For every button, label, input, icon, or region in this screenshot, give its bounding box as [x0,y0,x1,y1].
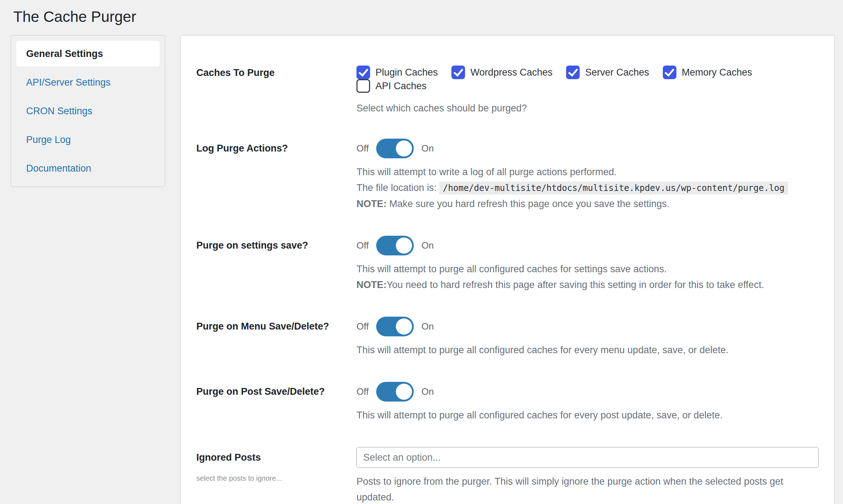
row-label-cell: Purge on Post Save/Delete? [196,382,356,423]
log-desc-line1: This will attempt to write a log of all … [356,167,617,177]
toggle-on-label: On [421,386,434,397]
row-caches-to-purge: Caches To Purge Plugin Caches Wordpress … [196,66,819,115]
purge-log-path-code: /home/dev-multisite/htdocs/multisite.kpd… [439,182,788,195]
settings-save-toggle-line: Off On [356,236,819,255]
sidebar-item-label: CRON Settings [26,106,92,117]
row-content-cell: Off On This will attempt to purge all co… [356,236,819,293]
row-content-cell: Off On This will attempt to write a log … [356,139,819,212]
purge-on-settings-save-toggle[interactable] [376,236,414,255]
toggle-on-label: On [421,240,434,251]
purge-on-post-save-toggle[interactable] [376,382,414,402]
sidebar-item-api-server-settings[interactable]: API/Server Settings [16,69,160,95]
page-title: The Cache Purger [13,8,843,26]
purge-on-settings-save-label: Purge on settings save? [196,236,356,255]
sidebar-item-documentation[interactable]: Documentation [16,155,160,181]
sidebar-item-general-settings[interactable]: General Settings [16,41,160,67]
toggle-knob [396,237,412,254]
settings-save-desc-line1: This will attempt to purge all configure… [356,264,667,274]
log-note-text: Make sure you hard refresh this page onc… [387,198,669,209]
sidebar-item-label: Purge Log [26,134,71,145]
sidebar-item-purge-log[interactable]: Purge Log [16,127,160,153]
row-label-cell: Purge on Menu Save/Delete? [196,317,356,358]
purge-on-menu-save-toggle[interactable] [376,317,414,336]
toggle-knob [396,318,412,335]
purge-on-post-save-label: Purge on Post Save/Delete? [196,382,356,402]
api-caches-checkbox[interactable] [356,79,370,93]
api-caches-label[interactable]: API Caches [375,81,427,92]
main-layout: General Settings API/Server Settings CRO… [11,35,835,504]
toggle-on-label: On [421,143,434,154]
row-content-cell: Off On This will attempt to purge all co… [356,382,819,423]
toggle-off-label: Off [356,240,369,251]
log-purge-actions-toggle[interactable] [376,139,414,158]
row-content-cell: Off On This will attempt to purge all co… [356,317,819,358]
row-content-cell: Plugin Caches Wordpress Caches Server Ca… [356,66,819,115]
toggle-off-label: Off [356,321,369,332]
memory-caches-option: Memory Caches [663,66,752,79]
server-caches-label[interactable]: Server Caches [585,67,649,78]
plugin-caches-checkbox[interactable] [356,66,370,79]
menu-save-toggle-line: Off On [356,317,819,336]
sidebar-item-label: API/Server Settings [26,77,111,88]
row-content-cell: Posts to ignore from the purger. This wi… [356,447,819,504]
row-log-purge-actions: Log Purge Actions? Off On This will atte… [196,139,819,212]
row-label-cell: Log Purge Actions? [196,139,356,212]
toggle-off-label: Off [356,143,369,154]
caches-help-text: Select which caches should be purged? [356,102,819,115]
server-caches-checkbox[interactable] [566,66,580,79]
wordpress-caches-checkbox[interactable] [451,66,465,79]
row-purge-on-settings-save: Purge on settings save? Off On This will… [196,236,819,293]
row-purge-on-menu-save: Purge on Menu Save/Delete? Off On This w… [196,317,819,358]
api-caches-option: API Caches [356,79,427,93]
post-save-toggle-line: Off On [356,382,819,402]
log-purge-actions-label: Log Purge Actions? [196,139,356,158]
file-location-prefix: The file location is: [356,182,439,193]
menu-save-description: This will attempt to purge all configure… [356,342,819,358]
sidebar-item-label: General Settings [26,48,103,59]
row-label-cell: Ignored Posts select the posts to ignore… [196,447,356,504]
ignored-posts-description: Posts to ignore from the purger. This wi… [356,474,819,504]
log-purge-description: This will attempt to write a log of all … [356,164,819,212]
settings-save-description: This will attempt to purge all configure… [356,261,819,293]
general-settings-panel: Caches To Purge Plugin Caches Wordpress … [180,35,835,504]
ignored-posts-select[interactable] [356,447,819,468]
purge-on-menu-save-label: Purge on Menu Save/Delete? [196,317,356,336]
log-purge-toggle-line: Off On [356,139,819,158]
row-ignored-posts: Ignored Posts select the posts to ignore… [196,447,819,504]
plugin-caches-option: Plugin Caches [356,66,438,79]
memory-caches-checkbox[interactable] [663,66,676,79]
toggle-knob [396,384,412,400]
caches-checkbox-group: Plugin Caches Wordpress Caches Server Ca… [356,66,819,93]
plugin-caches-label[interactable]: Plugin Caches [375,67,438,78]
toggle-off-label: Off [356,386,369,397]
wordpress-caches-label[interactable]: Wordpress Caches [470,67,552,78]
ignored-posts-label: Ignored Posts [196,447,356,468]
settings-save-note-text: You need to hard refresh this page after… [387,279,764,290]
wordpress-caches-option: Wordpress Caches [451,66,552,79]
memory-caches-label[interactable]: Memory Caches [682,67,752,78]
settings-save-note-label: NOTE: [356,279,387,290]
row-purge-on-post-save: Purge on Post Save/Delete? Off On This w… [196,382,819,423]
toggle-on-label: On [421,321,434,332]
server-caches-option: Server Caches [566,66,649,79]
sidebar-item-cron-settings[interactable]: CRON Settings [16,98,160,124]
ignored-posts-sublabel: select the posts to ignore... [196,474,356,483]
settings-sidebar: General Settings API/Server Settings CRO… [11,35,165,187]
row-label-cell: Caches To Purge [196,66,356,115]
toggle-knob [396,140,412,157]
post-save-description: This will attempt to purge all configure… [356,407,819,423]
sidebar-item-label: Documentation [26,163,91,174]
caches-to-purge-label: Caches To Purge [196,66,356,80]
row-label-cell: Purge on settings save? [196,236,356,293]
log-note-label: NOTE: [356,198,387,209]
